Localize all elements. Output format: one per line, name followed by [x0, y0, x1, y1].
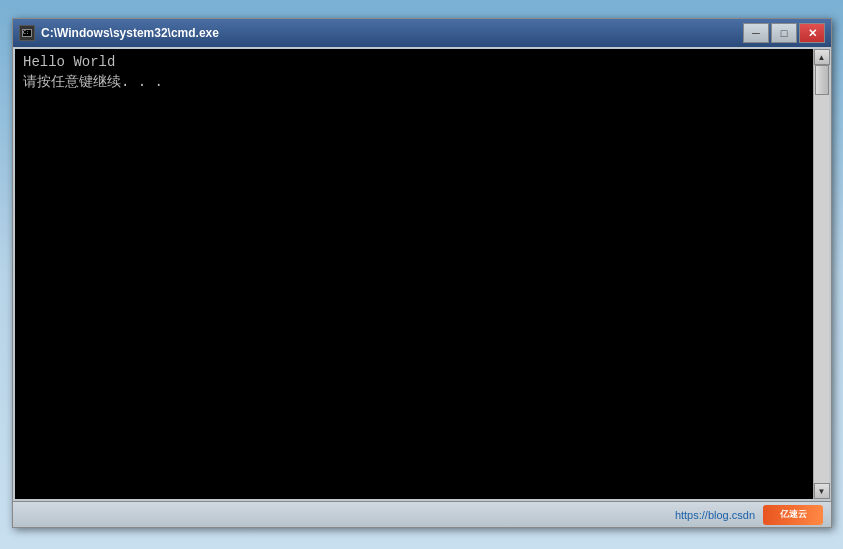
close-button[interactable]: ✕ [799, 23, 825, 43]
scroll-up-button[interactable]: ▲ [814, 49, 830, 65]
console-line-1: Hello World [23, 53, 805, 73]
window-icon [19, 25, 35, 41]
window-controls: ─ □ ✕ [743, 23, 825, 43]
bottom-bar: https://blog.csdn 亿速云 [13, 501, 831, 527]
footer-link[interactable]: https://blog.csdn [675, 509, 755, 521]
minimize-button[interactable]: ─ [743, 23, 769, 43]
footer-logo: 亿速云 [763, 505, 823, 525]
console-output[interactable]: Hello World 请按任意键继续. . . [15, 49, 813, 499]
scroll-thumb[interactable] [815, 65, 829, 95]
window-title: C:\Windows\system32\cmd.exe [41, 26, 743, 40]
maximize-button[interactable]: □ [771, 23, 797, 43]
scroll-down-button[interactable]: ▼ [814, 483, 830, 499]
desktop: C:\Windows\system32\cmd.exe ─ □ ✕ Hello … [0, 0, 843, 549]
cmd-window: C:\Windows\system32\cmd.exe ─ □ ✕ Hello … [12, 18, 832, 528]
scrollbar[interactable]: ▲ ▼ [813, 49, 829, 499]
cmd-icon [22, 29, 32, 37]
window-body: Hello World 请按任意键继续. . . ▲ ▼ [13, 47, 831, 501]
console-line-2: 请按任意键继续. . . [23, 73, 805, 93]
title-bar: C:\Windows\system32\cmd.exe ─ □ ✕ [13, 19, 831, 47]
scroll-track[interactable] [814, 65, 829, 483]
